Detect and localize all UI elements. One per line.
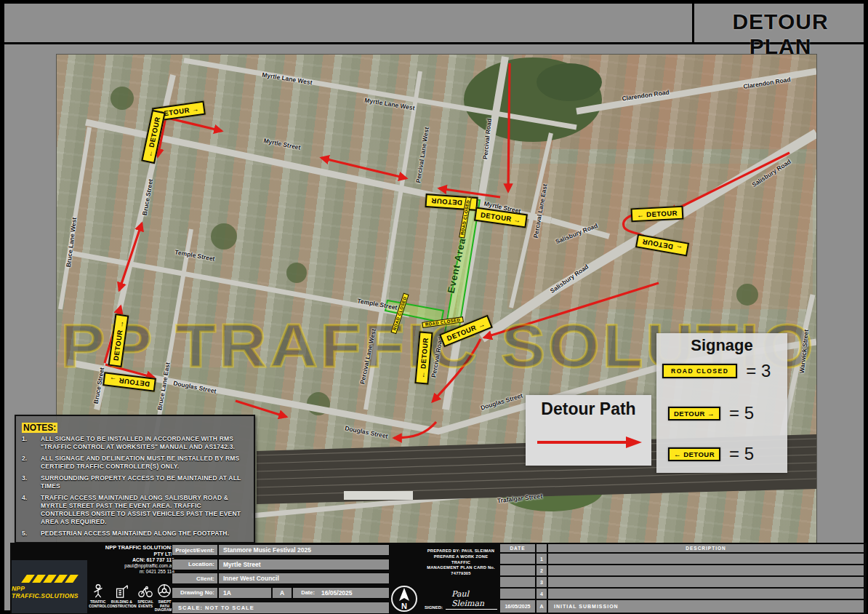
detour-right-sign-sample: DETOUR → — [668, 407, 720, 420]
notes-panel: NOTES: 1. ALL SIGNAGE TO BE INSTALLED IN… — [15, 415, 255, 543]
location-value: Myrtle Street — [219, 561, 389, 568]
detour-left-count: = 5 — [729, 444, 754, 464]
traffic-controller-icon — [90, 583, 106, 599]
legend-row-detour-right: DETOUR → = 5 — [668, 403, 781, 423]
detour-sign: ← DETOUR — [631, 206, 684, 223]
revision-date — [500, 589, 535, 599]
company-details: NPP TRAFFIC SOLUTIONS PTY LTD ACN: 617 7… — [89, 545, 174, 581]
detour-left-sign-sample: ← DETOUR — [668, 447, 720, 461]
prepared-line: 74779305 — [425, 571, 497, 577]
prepared-line: PREPARED BY: PAUL SLEIMAN — [425, 549, 497, 554]
note-text: TRAFFIC ACCESS MAINTAINED ALONG SALISBUR… — [41, 494, 248, 526]
revision-num: 4 — [537, 589, 547, 599]
revision-num: A — [537, 600, 547, 613]
service-traffic-control: TRAFFIC CONTROL — [89, 583, 107, 613]
client-label: Client: — [172, 573, 219, 583]
note-text: ALL SIGNAGE TO BE INSTALLED IN ACCORDANC… — [41, 435, 248, 451]
company-name: NPP TRAFFIC SOLUTIONS — [89, 545, 174, 551]
title-block: NPP TRAFFIC.SOLUTIONS NPP TRAFFIC SOLUTI… — [10, 543, 867, 614]
revision-desc — [548, 565, 864, 575]
legend-title: Signage — [656, 336, 787, 355]
revision-num: 2 — [537, 565, 547, 575]
company-logo: NPP TRAFFIC.SOLUTIONS — [12, 560, 87, 613]
notes-title: NOTES: — [22, 423, 57, 433]
title-box-divider — [692, 4, 694, 42]
note-item: 1. ALL SIGNAGE TO BE INSTALLED IN ACCORD… — [22, 435, 248, 451]
scale-note: SCALE: NOT TO SCALE — [172, 602, 390, 614]
revision-desc — [548, 554, 864, 564]
note-number: 4. — [22, 494, 41, 526]
project-row: Project/Event: Stanmore Music Festival 2… — [172, 544, 390, 556]
page-title: DETOUR PLAN — [702, 9, 859, 59]
drawing-value: 1A — [219, 589, 271, 597]
plan-sheet: DETOUR PLAN — [3, 2, 865, 612]
signed-label: SIGNED: — [425, 605, 443, 610]
steering-wheel-icon — [156, 583, 172, 599]
service-building-construction: BUILDING & CONSTRUCTION — [107, 583, 136, 613]
note-item: 5. PEDESTRIAN ACCESS MAINTAINED ALONG TH… — [22, 530, 248, 538]
location-row: Location: Myrtle Street — [172, 559, 390, 570]
company-acn: ACN: 617 737 110 — [89, 557, 174, 563]
service-label: BUILDING & CONSTRUCTION — [107, 600, 136, 608]
note-item: 2. ALL SIGNAGE AND DELINEATION MUST BE I… — [22, 455, 248, 471]
project-label: Project/Event: — [172, 545, 219, 555]
service-special-events: SPECIAL EVENTS — [137, 583, 155, 613]
note-text: SURROUNDING PROPERTY ACCESS TO BE MAINTA… — [41, 474, 248, 490]
prepared-by-block: PREPARED BY: PAUL SLEIMAN PREPARE A WORK… — [425, 546, 497, 613]
revision-num: 3 — [537, 577, 547, 587]
detour-path-title: Detour Path — [526, 399, 651, 419]
client-value: Inner West Council — [219, 575, 389, 582]
revision-date — [500, 577, 535, 587]
note-number: 2. — [22, 455, 41, 471]
revision-date-header: DATE — [500, 544, 535, 552]
road-closed-count: = 3 — [746, 361, 771, 381]
prepared-line: PREPARE A WORK ZONE TRAFFIC — [425, 554, 497, 566]
location-label: Location: — [172, 559, 219, 570]
revision-num: 1 — [537, 554, 547, 564]
north-label: N — [401, 602, 407, 610]
revision-value: A — [271, 588, 292, 598]
revision-desc: INITIAL SUBMISSION — [548, 600, 864, 613]
note-item: 4. TRAFFIC ACCESS MAINTAINED ALONG SALIS… — [22, 494, 248, 526]
note-number: 3. — [22, 474, 41, 490]
legend-row-road-closed: ROAD CLOSED = 3 — [662, 361, 781, 381]
company-email: paul@npptraffic.com.au — [89, 563, 174, 569]
company-mobile: m: 0421 255 114 — [89, 569, 174, 575]
project-details-table: Project/Event: Stanmore Music Festival 2… — [172, 544, 390, 614]
north-arrow-icon: N — [388, 584, 420, 613]
service-label: TRAFFIC CONTROL — [89, 600, 107, 608]
signage-legend: Signage ROAD CLOSED = 3 DETOUR → = 5 ← D… — [656, 333, 787, 473]
project-value: Stanmore Music Festival 2025 — [219, 546, 389, 554]
detour-path-key: Detour Path — [526, 395, 651, 466]
revision-table: DATE DESCRIPTION 1 2 3 4 16/05/2025 A IN… — [500, 544, 864, 613]
drawing-label: Drawing No: — [172, 588, 219, 598]
road-closed-sign-sample: ROAD CLOSED — [662, 364, 737, 378]
revision-num-header — [537, 544, 547, 552]
prepared-by-text: PREPARED BY: PAUL SLEIMAN PREPARE A WORK… — [425, 549, 497, 577]
signature: Paul Sleiman — [446, 589, 497, 610]
north-compass: N — [388, 584, 420, 613]
revision-desc-header: DESCRIPTION — [548, 544, 864, 552]
logo-stripes-icon — [23, 575, 77, 583]
legend-row-detour-left: ← DETOUR = 5 — [668, 444, 781, 464]
date-value: 16/05/2025 — [317, 589, 389, 597]
revision-desc — [548, 589, 864, 599]
note-text: PEDESTRIAN ACCESS MAINTAINED ALONG THE F… — [41, 530, 229, 538]
note-number: 1. — [22, 435, 41, 451]
building-icon — [113, 583, 129, 599]
service-label: SPECIAL EVENTS — [137, 600, 155, 608]
detour-path-arrow — [534, 435, 643, 450]
revision-desc — [548, 577, 864, 587]
company-suffix: PTY LTD — [89, 551, 174, 557]
note-number: 5. — [22, 530, 41, 538]
revision-date: 16/05/2025 — [500, 600, 535, 613]
detour-right-count: = 5 — [729, 403, 754, 423]
prepared-line: MANAGEMENT PLAN CARD No. — [425, 565, 497, 571]
service-icons: TRAFFIC CONTROL BUILDING & CONSTRUCTION … — [89, 583, 174, 613]
cyclist-icon — [137, 583, 153, 599]
drawing-row: Drawing No: 1A A Date: 16/05/2025 — [172, 587, 390, 599]
note-text: ALL SIGNAGE AND DELINEATION MUST BE INST… — [41, 455, 248, 471]
revision-date — [500, 565, 535, 575]
client-row: Client: Inner West Council — [172, 573, 390, 584]
note-item: 3. SURROUNDING PROPERTY ACCESS TO BE MAI… — [22, 474, 248, 490]
